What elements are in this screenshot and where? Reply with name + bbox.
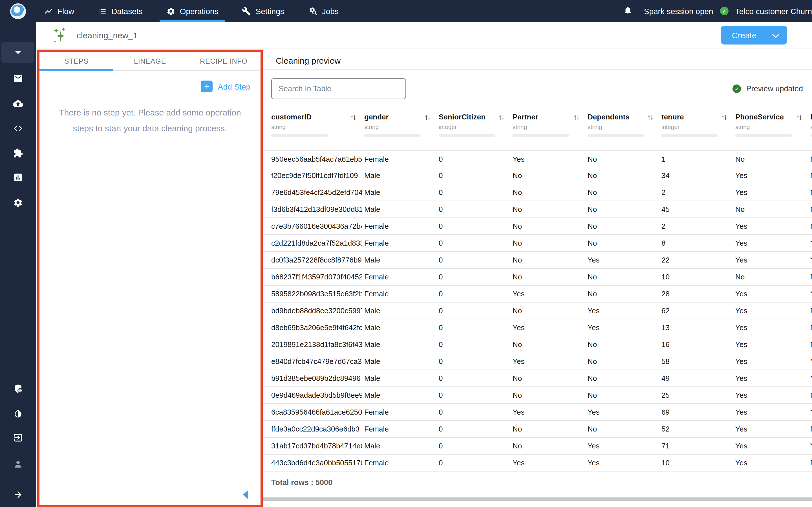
table-cell: 0 — [439, 455, 510, 471]
table-row[interactable]: bd9bdeb88dd8ee3200c5997Male0NoYes62YesNo — [263, 302, 812, 320]
spark-session-status: Spark session open — [644, 6, 713, 15]
sort-icon[interactable]: ↑↓ — [721, 113, 726, 121]
bar-chart-icon[interactable] — [13, 172, 23, 182]
table-cell: No — [513, 269, 585, 285]
table-row[interactable]: dc0f3a257228f8cc8f8776b9Male0NoYes22YesY… — [263, 252, 812, 269]
sort-icon[interactable]: ↑↓ — [424, 113, 430, 121]
sort-icon[interactable]: ↑↓ — [499, 113, 504, 121]
sort-icon[interactable]: ↑↓ — [573, 113, 578, 121]
app-logo[interactable] — [0, 0, 36, 22]
shield-user-icon[interactable] — [13, 384, 23, 394]
table-cell: 0 — [439, 438, 510, 454]
table-row[interactable]: c2d221fd8da2ca7f52a1d833Female0NoNo8YesY… — [263, 235, 812, 252]
table-cell: bd9bdeb88dd8ee3200c5997 — [271, 302, 362, 319]
column-name: gender — [364, 113, 389, 121]
sort-icon[interactable]: ↑↓ — [350, 113, 355, 121]
table-cell: 79e6d453fe4cf245d2efd704 — [271, 184, 362, 201]
table-row[interactable]: ffde3a0cc22d9ca306e6db3Female0NoNo52YesN… — [263, 421, 812, 438]
table-cell: 25 — [661, 387, 733, 403]
table-cell: No — [588, 201, 659, 217]
table-cell: No — [588, 218, 659, 234]
table-row[interactable]: c7e3b766016e300436a72b4Female0NoNo2YesNo — [263, 218, 812, 235]
table-row[interactable]: 443c3bd6d4e3a0bb5055170Female0YesYes10Ye… — [263, 455, 812, 471]
add-step-label: Add Step — [218, 82, 250, 91]
sidebar-item-active[interactable] — [1, 42, 35, 63]
search-input[interactable] — [271, 78, 406, 99]
mail-icon[interactable] — [13, 73, 23, 83]
table-row[interactable]: 31ab17cd37bd4b78b4714e0Male0NoYes71YesYe… — [263, 438, 812, 455]
code-icon[interactable] — [13, 123, 23, 133]
nav-item-operations[interactable]: Operations — [158, 0, 226, 22]
table-cell: Male — [364, 320, 437, 336]
column-name: tenure — [661, 113, 684, 121]
column-name: MultipleLines — [810, 113, 812, 121]
table-cell: Male — [364, 438, 437, 454]
table-cell: 2019891e2138d1fa8c3f6f43 — [271, 336, 362, 353]
table-cell: No — [810, 167, 812, 184]
table-row[interactable]: e840d7fcb47c479e7d67ca3Male0YesNo58YesYe… — [263, 353, 812, 370]
table-cell: Yes — [735, 167, 808, 184]
add-step-button[interactable]: + Add Step — [201, 80, 250, 93]
table-cell: No — [513, 252, 585, 268]
nav-item-datasets[interactable]: Datasets — [90, 0, 151, 22]
horizontal-scrollbar[interactable] — [263, 497, 812, 501]
table-cell: Male — [364, 370, 437, 386]
table-cell: Yes — [513, 455, 585, 471]
column-quality-bar — [661, 134, 718, 137]
table-cell: Yes — [810, 353, 812, 370]
cloud-upload-icon[interactable] — [13, 99, 23, 109]
recipe-name: cleaning_new_1 — [77, 30, 138, 40]
column-quality-bar — [271, 134, 327, 137]
table-row[interactable]: 0e9d469adade3bd5b9f8ee9Male0NoNo25YesNo — [263, 387, 812, 404]
table-cell: 58 — [661, 353, 733, 370]
table-row[interactable]: 950eec56aab5f4ac7a61eb5Female0YesNo1NoNo — [263, 151, 812, 167]
notifications-bell-icon[interactable] — [623, 5, 633, 17]
column-name: SeniorCitizen — [439, 113, 486, 121]
table-cell: Yes — [588, 455, 659, 471]
table-cell: Yes — [513, 404, 585, 420]
create-button[interactable]: Create — [721, 26, 787, 45]
table-row[interactable]: 5895822b098d3e515e63f2bFemale0YesNo28Yes… — [263, 286, 812, 302]
table-cell: No — [513, 184, 585, 201]
tab-recipe-info[interactable]: RECIPE INFO — [187, 52, 260, 70]
table-cell: 34 — [661, 167, 733, 184]
exit-icon[interactable] — [13, 433, 23, 443]
invert-colors-icon[interactable] — [13, 408, 23, 418]
tab-lineage[interactable]: LINEAGE — [113, 52, 187, 70]
nav-item-jobs[interactable]: Jobs — [300, 0, 347, 22]
sort-icon[interactable]: ↑↓ — [647, 113, 652, 121]
table-cell: f20ec9de7f50ff1cdf7fdf109 — [271, 167, 362, 184]
table-cell: No — [588, 235, 659, 251]
nav-item-flow[interactable]: Flow — [36, 0, 82, 22]
table-cell: Female — [364, 421, 437, 437]
table-row[interactable]: 79e6d453fe4cf245d2efd704Male0NoNo2YesNo — [263, 184, 812, 201]
table-row[interactable]: f3d6b3f412d13df09e30dd81Male0NoNo45NoNo — [263, 201, 812, 218]
table-cell: Yes — [810, 370, 812, 386]
datasets-icon — [98, 6, 107, 15]
column-quality-bar — [588, 134, 644, 137]
gear-icon[interactable] — [13, 198, 23, 208]
arrow-right-icon[interactable] — [13, 490, 23, 500]
column-type: string — [271, 123, 355, 130]
workspace-name[interactable]: Telco customer Churn — [735, 6, 812, 15]
sort-icon[interactable]: ↑↓ — [796, 113, 801, 121]
table-row[interactable]: d8eb69b3a206e5e9f4f642fcMale0YesYes13Yes… — [263, 320, 812, 336]
table-cell: 0 — [439, 151, 510, 167]
table-cell: Yes — [735, 336, 808, 353]
column-type: string — [588, 123, 652, 130]
table-row[interactable]: 6ca835956466fa61ace6250Female0YesYes69Ye… — [263, 404, 812, 421]
nav-item-settings[interactable]: Settings — [234, 0, 292, 22]
collapse-panel-arrow-icon[interactable] — [243, 490, 248, 499]
table-cell: b68237f1f43597d073f40452 — [271, 269, 362, 285]
table-row[interactable]: f20ec9de7f50ff1cdf7fdf109Male0NoNo34YesN… — [263, 167, 812, 184]
column-quality-bar — [364, 134, 421, 137]
tab-steps[interactable]: STEPS — [40, 52, 113, 70]
table-cell: No — [735, 201, 808, 217]
table-row[interactable]: b68237f1f43597d073f40452Female0NoNo10NoN… — [263, 269, 812, 286]
table-cell: No — [810, 151, 812, 167]
puzzle-icon[interactable] — [13, 148, 23, 158]
table-row[interactable]: 2019891e2138d1fa8c3f6f43Male0NoNo16YesNo — [263, 336, 812, 353]
table-row[interactable]: b91d385ebe089b2dc894967Male0NoNo49YesYes — [263, 370, 812, 387]
table-cell: No — [735, 269, 808, 285]
user-icon[interactable] — [13, 459, 23, 469]
